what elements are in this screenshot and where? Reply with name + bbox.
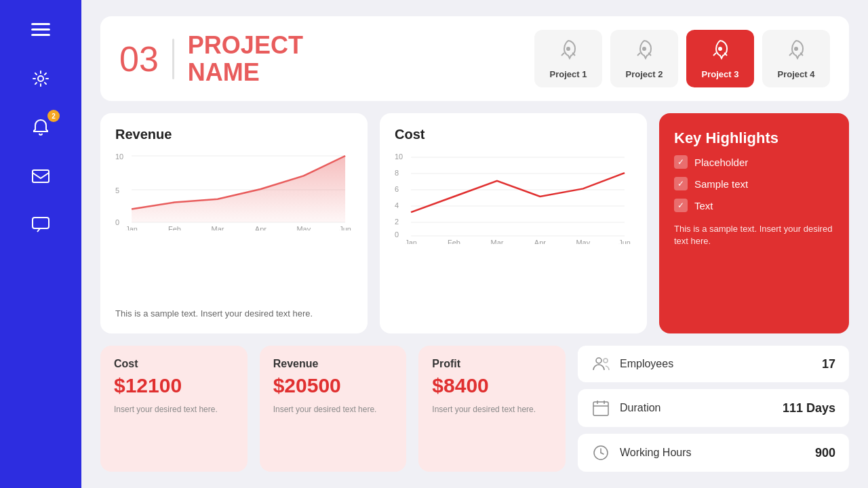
svg-point-42 bbox=[604, 359, 608, 363]
svg-text:Jan: Jan bbox=[125, 226, 138, 230]
svg-text:0: 0 bbox=[395, 231, 399, 238]
highlights-card: Key Highlights ✓ Placeholder ✓ Sample te… bbox=[659, 113, 849, 333]
profit-metric-desc: Insert your desired text here. bbox=[432, 404, 552, 415]
working-hours-stat-row: Working Hours 900 bbox=[578, 434, 849, 472]
svg-text:8: 8 bbox=[395, 169, 399, 176]
cost-chart-area: 10 8 6 4 2 0 Jan Feb bbox=[395, 149, 632, 320]
revenue-metric-card: Revenue $20500 Insert your desired text … bbox=[260, 346, 407, 472]
svg-text:Jan: Jan bbox=[405, 239, 417, 244]
rocket-icon-3 bbox=[709, 38, 731, 64]
highlights-title: Key Highlights bbox=[674, 129, 834, 147]
svg-text:Apr: Apr bbox=[255, 226, 267, 230]
employees-value: 17 bbox=[822, 357, 835, 371]
cost-chart-title: Cost bbox=[395, 127, 632, 142]
highlights-description: This is a sample text. Insert your desir… bbox=[674, 223, 834, 247]
duration-stat-row: Duration 111 Days bbox=[578, 389, 849, 427]
project-tabs: Project 1 Project 2 bbox=[534, 30, 830, 87]
profit-metric-value: $8400 bbox=[432, 374, 552, 397]
notification-icon[interactable]: 2 bbox=[27, 114, 54, 141]
svg-line-49 bbox=[601, 453, 604, 454]
svg-text:2: 2 bbox=[395, 218, 399, 225]
revenue-chart-card: Revenue 10 5 0 bbox=[100, 113, 368, 333]
svg-text:6: 6 bbox=[395, 186, 399, 192]
tab-label-4: Project 4 bbox=[778, 69, 815, 79]
svg-rect-0 bbox=[31, 23, 50, 25]
menu-icon[interactable] bbox=[27, 16, 54, 43]
tab-label-2: Project 2 bbox=[626, 69, 663, 79]
check-icon-3: ✓ bbox=[674, 199, 688, 212]
check-icon-1: ✓ bbox=[674, 155, 688, 169]
svg-text:Mar: Mar bbox=[491, 239, 504, 244]
rocket-icon-1 bbox=[557, 38, 579, 64]
svg-text:10: 10 bbox=[115, 153, 123, 160]
svg-rect-4 bbox=[33, 170, 49, 182]
profit-metric-card: Profit $8400 Insert your desired text he… bbox=[418, 346, 566, 472]
project-info: 03 PROJECTNAME bbox=[119, 32, 303, 85]
svg-text:10: 10 bbox=[395, 153, 403, 160]
revenue-chart-area: 10 5 0 bbox=[115, 149, 353, 301]
cost-metric-desc: Insert your desired text here. bbox=[114, 404, 234, 415]
middle-section: Revenue 10 5 0 bbox=[100, 113, 849, 333]
svg-rect-2 bbox=[31, 34, 50, 36]
svg-point-9 bbox=[794, 47, 798, 51]
header-card: 03 PROJECTNAME Project 1 bbox=[100, 16, 849, 101]
highlight-item-2: ✓ Sample text bbox=[674, 177, 834, 190]
svg-point-3 bbox=[38, 76, 43, 81]
stats-panel: Employees 17 Duration 111 Days bbox=[578, 346, 849, 472]
project-title: PROJECTNAME bbox=[188, 32, 303, 85]
revenue-metric-label: Revenue bbox=[273, 358, 393, 370]
clock-icon bbox=[591, 445, 610, 461]
svg-text:Apr: Apr bbox=[534, 239, 547, 244]
bottom-section: Cost $12100 Insert your desired text her… bbox=[100, 346, 849, 472]
highlight-item-3: ✓ Text bbox=[674, 199, 834, 212]
revenue-chart-title: Revenue bbox=[115, 127, 353, 142]
check-icon-2: ✓ bbox=[674, 177, 688, 190]
svg-rect-1 bbox=[31, 28, 50, 30]
working-hours-label: Working Hours bbox=[620, 447, 806, 459]
tab-project-1[interactable]: Project 1 bbox=[534, 30, 602, 87]
employees-icon bbox=[591, 357, 610, 371]
duration-label: Duration bbox=[620, 402, 773, 414]
svg-text:4: 4 bbox=[395, 202, 399, 209]
tab-project-3[interactable]: Project 3 bbox=[686, 30, 754, 87]
profit-metric-label: Profit bbox=[432, 358, 552, 370]
notification-badge: 2 bbox=[47, 110, 60, 122]
svg-point-6 bbox=[566, 47, 570, 51]
calendar-icon bbox=[591, 400, 610, 416]
svg-text:May: May bbox=[296, 226, 311, 230]
employees-label: Employees bbox=[620, 358, 812, 370]
svg-rect-43 bbox=[593, 402, 608, 415]
sidebar: 2 bbox=[0, 0, 81, 488]
mail-icon[interactable] bbox=[27, 163, 54, 190]
tab-project-4[interactable]: Project 4 bbox=[762, 30, 830, 87]
svg-text:Jun: Jun bbox=[339, 226, 351, 230]
highlight-item-1: ✓ Placeholder bbox=[674, 155, 834, 169]
project-number: 03 bbox=[119, 41, 159, 77]
svg-point-7 bbox=[642, 47, 646, 51]
cost-chart-card: Cost 10 8 6 4 2 0 bbox=[380, 113, 647, 333]
settings-icon[interactable] bbox=[27, 65, 54, 92]
svg-text:5: 5 bbox=[115, 187, 119, 194]
cost-metric-card: Cost $12100 Insert your desired text her… bbox=[100, 346, 248, 472]
header-divider bbox=[172, 39, 174, 79]
rocket-icon-2 bbox=[633, 38, 655, 64]
cost-metric-label: Cost bbox=[114, 358, 234, 370]
svg-text:Feb: Feb bbox=[168, 226, 181, 230]
svg-text:Feb: Feb bbox=[448, 239, 460, 244]
svg-point-8 bbox=[718, 47, 722, 51]
tab-project-2[interactable]: Project 2 bbox=[610, 30, 678, 87]
svg-rect-5 bbox=[33, 218, 49, 228]
employees-stat-row: Employees 17 bbox=[578, 346, 849, 382]
main-content: 03 PROJECTNAME Project 1 bbox=[81, 0, 868, 488]
svg-point-41 bbox=[596, 358, 601, 363]
duration-value: 111 Days bbox=[783, 401, 835, 415]
tab-label-1: Project 1 bbox=[550, 69, 587, 79]
highlight-text-1: Placeholder bbox=[694, 157, 748, 168]
working-hours-value: 900 bbox=[815, 446, 835, 460]
revenue-chart-desc: This is a sample text. Insert your desir… bbox=[115, 308, 353, 320]
rocket-icon-4 bbox=[785, 38, 807, 64]
svg-text:May: May bbox=[576, 239, 590, 244]
highlight-text-2: Sample text bbox=[694, 178, 748, 190]
svg-text:0: 0 bbox=[115, 219, 119, 226]
chat-icon[interactable] bbox=[27, 211, 54, 239]
